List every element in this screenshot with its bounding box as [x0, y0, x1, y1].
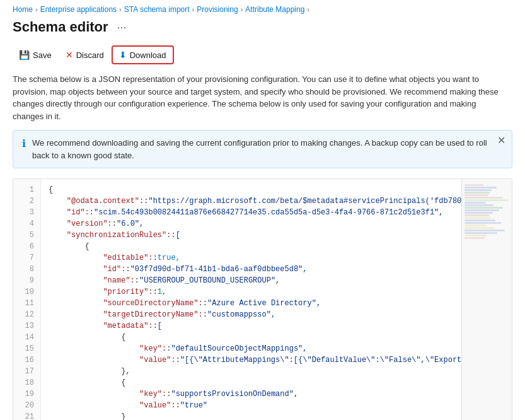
line-number: 17 [13, 366, 40, 377]
minimap-line [464, 222, 501, 224]
line-numbers: 12345678910111213141516171819202122 [13, 179, 41, 420]
code-line: } [49, 411, 461, 420]
more-options-button[interactable]: ··· [113, 20, 130, 35]
discard-button[interactable]: ✕ Discard [59, 47, 110, 63]
minimap-line [464, 194, 488, 196]
minimap-line [464, 197, 503, 199]
minimap [461, 179, 512, 420]
minimap-line [464, 184, 483, 186]
minimap-line [464, 207, 503, 209]
code-line: "value":: "[{\"AttributeMappings\":[{\"D… [49, 354, 461, 366]
code-line: "sourceDirectoryName":: "Azure Active Di… [49, 298, 461, 309]
download-label: Download [130, 50, 166, 60]
line-number: 2 [13, 195, 40, 207]
code-line: "synchronizationRules":: [ [49, 230, 461, 241]
save-button[interactable]: 💾 Save [13, 47, 58, 63]
code-content[interactable]: { "@odata.context":: "https://graph.micr… [41, 179, 461, 420]
code-line: "targetDirectoryName":: "customappsso", [49, 309, 461, 320]
minimap-line [464, 209, 499, 211]
banner-close-button[interactable]: ✕ [497, 136, 505, 146]
line-number: 14 [13, 332, 40, 343]
line-number: 13 [13, 320, 40, 332]
banner-text: We recommend downloading and saving the … [32, 137, 503, 161]
line-number: 21 [13, 411, 40, 420]
code-line: "id":: "scim.54c493b00824411a876e6684277… [49, 207, 461, 218]
code-line: "version":: "6.0", [49, 218, 461, 230]
page-header: Schema editor ··· [0, 16, 525, 43]
minimap-line [464, 202, 486, 204]
minimap-line [464, 214, 490, 216]
code-line: "name":: "USERGROUP_OUTBOUND_USERGROUP", [49, 275, 461, 286]
breadcrumb: Home › Enterprise applications › STA sch… [0, 0, 525, 16]
info-banner: ℹ We recommend downloading and saving th… [13, 130, 512, 168]
description-text: The schema below is a JSON representatio… [0, 71, 517, 130]
breadcrumb-home[interactable]: Home [13, 5, 33, 14]
page-title: Schema editor [13, 19, 108, 35]
download-button[interactable]: ⬇ Download [112, 45, 174, 64]
line-number: 15 [13, 343, 40, 354]
code-line: "value":: "true" [49, 400, 461, 411]
code-line: "metadata":: [ [49, 320, 461, 332]
minimap-line [464, 232, 497, 234]
minimap-line [464, 204, 493, 206]
minimap-line [464, 237, 485, 239]
code-line: { [49, 241, 461, 252]
breadcrumb-attribute-mapping[interactable]: Attribute Mapping [245, 5, 304, 14]
code-line: "key":: "defaultSourceObjectMappings", [49, 343, 461, 354]
minimap-line [464, 187, 497, 189]
code-line: "key":: "supportsProvisionOnDemand", [49, 388, 461, 400]
line-number: 7 [13, 252, 40, 264]
line-number: 12 [13, 309, 40, 320]
code-line: "editable":: true, [49, 252, 461, 264]
code-line: { [49, 332, 461, 343]
code-line: }, [49, 366, 461, 377]
line-number: 3 [13, 207, 40, 218]
line-number: 5 [13, 230, 40, 241]
line-number: 19 [13, 388, 40, 400]
save-label: Save [33, 50, 52, 60]
line-number: 11 [13, 298, 40, 309]
minimap-line [464, 189, 492, 191]
minimap-line [464, 199, 508, 201]
line-number: 20 [13, 400, 40, 411]
minimap-line [464, 227, 495, 229]
breadcrumb-provisioning[interactable]: Provisioning [197, 5, 238, 14]
code-editor[interactable]: 12345678910111213141516171819202122 { "@… [13, 178, 512, 420]
info-icon: ℹ [22, 137, 26, 149]
discard-label: Discard [76, 50, 104, 60]
minimap-line [464, 219, 495, 221]
line-number: 16 [13, 354, 40, 366]
line-number: 1 [13, 184, 40, 195]
minimap-line [464, 225, 487, 226]
minimap-line [464, 217, 491, 219]
save-icon: 💾 [19, 50, 30, 60]
minimap-line [464, 235, 487, 236]
code-line: "priority":: 1, [49, 286, 461, 298]
minimap-line [464, 212, 493, 214]
minimap-line [464, 230, 505, 231]
code-line: { [49, 377, 461, 388]
code-line: { [49, 184, 461, 195]
download-icon: ⬇ [119, 50, 127, 60]
minimap-line [464, 192, 490, 194]
line-number: 4 [13, 218, 40, 230]
line-number: 10 [13, 286, 40, 298]
line-number: 18 [13, 377, 40, 388]
line-number: 8 [13, 264, 40, 275]
code-line: "id":: "03f7d90d-bf71-41b1-bda6-aaf0dbbe… [49, 264, 461, 275]
toolbar: 💾 Save ✕ Discard ⬇ Download [0, 43, 525, 71]
breadcrumb-sta-schema[interactable]: STA schema import [124, 5, 190, 14]
line-number: 6 [13, 241, 40, 252]
line-number: 9 [13, 275, 40, 286]
code-line: "@odata.context":: "https://graph.micros… [49, 195, 461, 207]
breadcrumb-enterprise-apps[interactable]: Enterprise applications [40, 5, 117, 14]
discard-icon: ✕ [66, 50, 73, 60]
